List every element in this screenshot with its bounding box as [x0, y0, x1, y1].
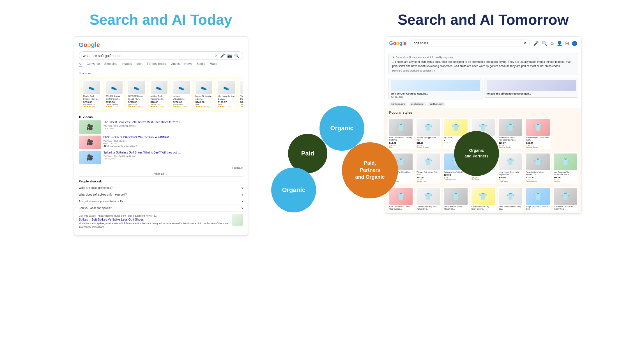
product-card[interactable]: 👟 TravisMathew Men's The... $119.97 Trav…	[239, 79, 243, 109]
product-stars: ★★★★☆ (32)	[83, 106, 100, 108]
product-image: 👟	[218, 81, 235, 94]
ai-related-card-2[interactable]: What is the difference between golf...	[484, 78, 578, 98]
product-price: $29.97	[526, 142, 550, 144]
product-price: $70.00	[151, 101, 167, 104]
paa-item[interactable]: Can you wear soft spikes? ∨	[79, 205, 243, 212]
product-image: 👕	[499, 153, 522, 170]
ai-more[interactable]: Here are some products to consider: ∨	[392, 69, 574, 72]
expand-icon: ∨	[241, 193, 243, 196]
product-name: Under Armour Men's Playoff 3.0...	[444, 206, 468, 210]
search-bar-right[interactable]: golf shirts ✕	[410, 40, 530, 47]
ai-text: ...if shirts are a type of shirt with a …	[392, 60, 574, 68]
partner-logo-2: gemhat.com	[409, 102, 426, 106]
sponsored-products: 👟 Men's Golf Shoes - Duca... $239.00 Duc…	[79, 77, 243, 112]
product-card[interactable]: 👟 adidas Tech Response SI... $70.00 adid…	[149, 79, 169, 109]
expand-icon: ∨	[241, 186, 243, 189]
tab-news[interactable]: News	[184, 62, 192, 67]
product-card[interactable]: 👟 Men's Golf Shoes - Duca... $239.00 Duc…	[82, 79, 102, 109]
product-image: 👕	[554, 188, 577, 205]
product-store: Nike	[196, 104, 212, 106]
google-logo-left: Google	[79, 41, 243, 49]
tab-images[interactable]: Images	[122, 62, 132, 67]
video-item[interactable]: 🎥 BEST GOLF SHOES 2023! WE CROWN A WINNE…	[79, 136, 243, 149]
product-card[interactable]: 👟 adidas Ultraboost... $200.00 adidas Go…	[171, 79, 192, 109]
product-card[interactable]: 👕 Greg Norman Men's Play Dry...	[498, 187, 523, 212]
video-key-moments: ⬤ 12 key moments in this video ∨	[104, 145, 171, 147]
google-logo-right: Google	[389, 40, 407, 46]
video-thumbnail: 🎥	[79, 136, 101, 149]
account-icon: 🔵	[572, 41, 577, 46]
product-price: $104.95	[526, 176, 550, 179]
tab-shopping[interactable]: Shopping	[104, 62, 118, 67]
ai-related-card-1[interactable]: Why do Golf Courses Require... Jun 20, 2…	[388, 78, 482, 100]
product-name: G/FORE Men's G.113 PIU...	[128, 95, 145, 100]
product-card[interactable]: 👟 Men's Air Jordan 1 Low... $119.97 Nike…	[216, 79, 236, 109]
product-name: Men's Golf Shoes - Duca...	[83, 95, 100, 100]
product-store: Bonobos	[554, 181, 577, 182]
video-meta: YouTube · The Golf Shop Online	[104, 155, 181, 157]
left-search-mockup: Google what are soft golf shoes ✕ 🎤 📷 🔍 …	[74, 36, 248, 236]
product-card[interactable]: 👟 TRUE Inkwear Golf Shoes I... $155.00 T…	[104, 79, 124, 109]
product-price: $29.97	[499, 142, 522, 144]
product-card[interactable]: 👕 Eagle Six Gear Golf Polo Shirt	[525, 187, 551, 212]
product-card[interactable]: 👕 TravisMathew Men's Heater Lon... $104.…	[525, 152, 551, 184]
product-image: 👟	[128, 81, 145, 94]
circle-organic-left: Organic	[271, 168, 316, 212]
video-info: Spiked or Spikeless Golf Shoes What is B…	[104, 151, 181, 160]
right-search-header: Google golf shirts ✕ 🎤 🔍 ⚙ 👤 ⊞ 🔵	[385, 37, 581, 50]
product-stars: ★★★★☆	[526, 144, 550, 146]
partner-logo-1: bankend.com	[389, 102, 407, 106]
search-query-left: what are soft golf shoes	[83, 54, 215, 58]
product-stars: ★★★★☆	[526, 179, 550, 181]
video-section: ▶ Videos 🎥 The 3 Best Spikeless Golf Sho…	[79, 115, 243, 164]
product-card[interactable]: 👕 Nike Men's Golf Dri-Fit Victory Polo	[553, 187, 578, 212]
product-card[interactable]: 👟 Men's Air Jordan 1 Low... $140.00 Nike…	[194, 79, 214, 109]
product-card[interactable]: 👕 Lady Hagen Tops Lady Hagen Core... $50…	[498, 152, 523, 184]
tab-forbeginners[interactable]: For beginners	[147, 62, 166, 67]
search-bar-left[interactable]: what are soft golf shoes ✕ 🎤 📷 🔍	[79, 51, 243, 60]
product-name: Men's Air Jordan 1 Low...	[196, 95, 212, 100]
organic-title: Spikes – Soft Spikes Vs Spike-Less Golf …	[79, 218, 243, 221]
product-price: $88.00	[554, 176, 577, 179]
tab-books[interactable]: Books	[197, 62, 205, 67]
tab-all[interactable]: All	[79, 62, 82, 67]
expand-icon: ∨	[241, 207, 243, 210]
circles-right: Organic Paid,Partnersand Organic Organic…	[319, 106, 499, 198]
product-name: Walter Hagen Men's Shirts Golf...	[526, 137, 550, 141]
product-card[interactable]: 👟 G/FORE Men's G.113 PIU... $225.00 gfor…	[127, 79, 147, 109]
search-tabs-left: All Converse Shopping Images Men For beg…	[79, 62, 243, 69]
tab-converse[interactable]: Converse	[87, 62, 100, 67]
product-image: 👕	[554, 153, 577, 170]
paa-item[interactable]: Are golf shoes supposed to be stiff? ∨	[79, 198, 243, 205]
ai-summary: ✦ Generative AI is experimental. Info qu…	[388, 53, 578, 75]
product-image: 👟	[151, 81, 167, 94]
tab-men[interactable]: Men	[136, 62, 142, 67]
product-image: 👕	[499, 188, 522, 205]
paa-question: Are golf shoes supposed to be stiff?	[79, 200, 123, 203]
paa-item[interactable]: What are spike golf shoes? ∨	[79, 185, 243, 191]
product-card[interactable]: 👕 Adidas Golf Men's Performance Polo... …	[498, 118, 523, 149]
sponsored-label: Sponsored	[79, 72, 243, 75]
paa-question: What does soft spikes only mean golf?	[79, 193, 127, 196]
product-price: $140.00	[196, 101, 212, 104]
product-store: Sporting Goods	[499, 146, 522, 148]
tab-maps[interactable]: Maps	[210, 62, 217, 67]
paa-item[interactable]: What does soft spikes only mean golf? ∨	[79, 191, 243, 198]
partner-logo-3: lamkhon.com	[427, 102, 445, 106]
product-card[interactable]: 👕 Walter Hagen Men's Shirts Golf... $29.…	[525, 118, 551, 149]
product-card[interactable]: 👕 Mon Bonobos The Performance Golf... $8…	[553, 152, 578, 184]
product-store: TravisMathew	[240, 104, 243, 106]
video-item[interactable]: 🎥 The 3 Best Spikeless Golf Shoes? Must …	[79, 120, 243, 134]
view-all-button[interactable]: View all →	[79, 171, 243, 177]
organic-result[interactable]: Golf Info Guide · https://golfinfo-guide…	[79, 214, 243, 229]
tab-videos[interactable]: Videos	[171, 62, 180, 67]
video-thumbnail: 🎥	[79, 120, 101, 134]
video-item[interactable]: 🎥 Spiked or Spikeless Golf Shoes What is…	[79, 151, 243, 164]
video-date: Jul 4, 2023	[104, 127, 180, 130]
product-stars: ★★★★☆ (53)	[240, 106, 243, 108]
product-price: $225.00	[128, 101, 145, 104]
video-date: May 7, 2023	[104, 142, 171, 145]
product-image: 👟	[196, 81, 212, 94]
product-stars: ★★★★☆ (204)	[196, 106, 212, 108]
video-title: BEST GOLF SHOES 2023! WE CROWN A WINNER.…	[104, 136, 171, 139]
